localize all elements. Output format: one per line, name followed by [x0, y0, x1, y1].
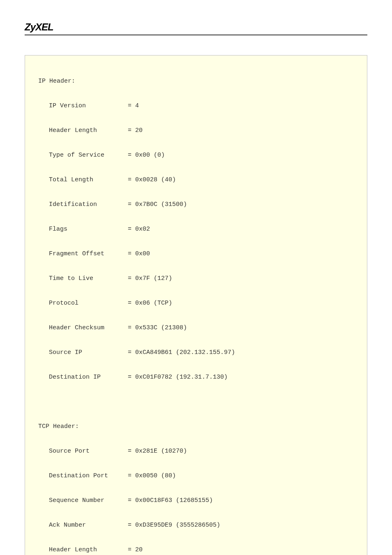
ip-field-label: Flags — [49, 223, 128, 236]
ip-field: Header Length= 20 — [25, 125, 367, 137]
ip-field-label: Fragment Offset — [49, 248, 128, 260]
ip-field-value: = 0x7B0C (31500) — [128, 201, 187, 208]
tcp-field-value: = 0x281E (10270) — [128, 448, 187, 455]
ip-field-value: = 0x00 (0) — [128, 152, 165, 159]
ip-field: Type of Service= 0x00 (0) — [25, 149, 367, 162]
ip-field-label: IP Version — [49, 100, 128, 112]
ip-field-value: = 0xC01F0782 (192.31.7.130) — [128, 374, 228, 381]
ip-field: Total Length= 0x0028 (40) — [25, 174, 367, 186]
tcp-field-label: Sequence Number — [49, 495, 128, 507]
tcp-field-label: Source Port — [49, 445, 128, 458]
header: ZyXEL — [25, 21, 367, 35]
ip-field: Destination IP= 0xC01F0782 (192.31.7.130… — [25, 371, 367, 384]
tcp-field-value: = 0x00C18F63 (12685155) — [128, 497, 213, 504]
tcp-field-value: = 0x0050 (80) — [128, 472, 176, 479]
packet-dump-box: IP Header: IP Version= 4 Header Length= … — [25, 55, 367, 555]
tcp-field: Destination Port= 0x0050 (80) — [25, 470, 367, 482]
ip-field: Protocol= 0x06 (TCP) — [25, 297, 367, 310]
ip-field: Header Checksum= 0x533C (21308) — [25, 322, 367, 334]
ip-field-value: = 4 — [128, 102, 139, 109]
tcp-header-title: TCP Header: — [25, 421, 367, 433]
tcp-field-value: = 20 — [128, 546, 143, 553]
ip-field-label: Destination IP — [49, 371, 128, 384]
ip-field: Idetification= 0x7B0C (31500) — [25, 199, 367, 211]
ip-field-label: Header Checksum — [49, 322, 128, 334]
ip-field-label: Protocol — [49, 297, 128, 310]
ip-field-value: = 0x02 — [128, 226, 150, 233]
ip-field-label: Idetification — [49, 199, 128, 211]
ip-field-value: = 0x06 (TCP) — [128, 300, 172, 307]
ip-field-value: = 20 — [128, 127, 143, 134]
ip-field-label: Type of Service — [49, 149, 128, 162]
tcp-field-label: Destination Port — [49, 470, 128, 482]
tcp-field-label: Ack Number — [49, 519, 128, 532]
ip-field: Flags= 0x02 — [25, 223, 367, 236]
ip-field: Source IP= 0xCA849B61 (202.132.155.97) — [25, 347, 367, 359]
ip-field-value: = 0x7F (127) — [128, 275, 172, 282]
ip-field-value: = 0x00 — [128, 250, 150, 257]
ip-field-label: Header Length — [49, 125, 128, 137]
header-underline — [25, 35, 367, 35]
ip-field: Time to Live= 0x7F (127) — [25, 273, 367, 285]
tcp-field-value: = 0xD3E95DE9 (3555286505) — [128, 522, 220, 529]
ip-field-value: = 0x533C (21308) — [128, 324, 187, 331]
brand-logo: ZyXEL — [25, 21, 367, 33]
ip-field-value: = 0xCA849B61 (202.132.155.97) — [128, 349, 235, 356]
ip-field-label: Time to Live — [49, 273, 128, 285]
tcp-field-label: Header Length — [49, 544, 128, 555]
ip-field-label: Source IP — [49, 347, 128, 359]
ip-header-title: IP Header: — [25, 75, 367, 88]
tcp-field: Header Length= 20 — [25, 544, 367, 555]
blank-line — [25, 396, 367, 408]
ip-field-label: Total Length — [49, 174, 128, 186]
tcp-field: Ack Number= 0xD3E95DE9 (3555286505) — [25, 519, 367, 532]
ip-field: Fragment Offset= 0x00 — [25, 248, 367, 260]
tcp-field: Sequence Number= 0x00C18F63 (12685155) — [25, 495, 367, 507]
ip-field-value: = 0x0028 (40) — [128, 176, 176, 183]
ip-field: IP Version= 4 — [25, 100, 367, 112]
tcp-field: Source Port= 0x281E (10270) — [25, 445, 367, 458]
